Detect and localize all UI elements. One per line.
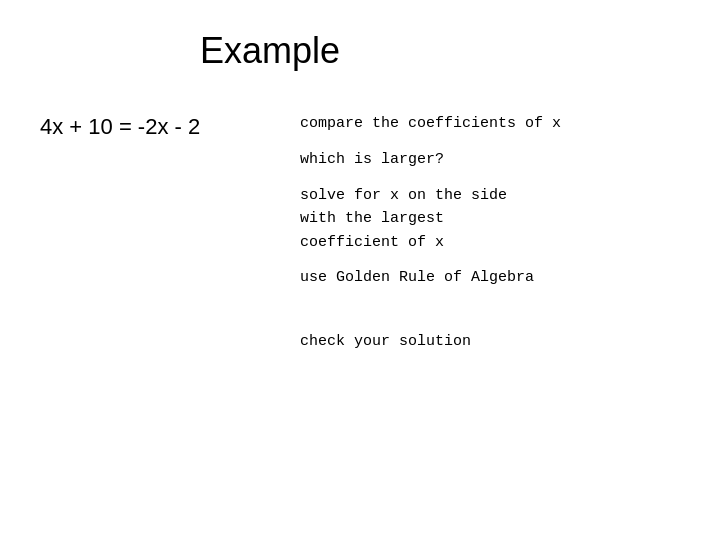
step-check: check your solution: [300, 330, 561, 354]
page: Example 4x + 10 = -2x - 2 compare the co…: [0, 0, 720, 540]
step-compare-text: compare the coefficients of x: [300, 115, 561, 132]
step-solve-text: solve for x on the sidewith the largestc…: [300, 187, 507, 251]
step-which-larger: which is larger?: [300, 148, 561, 172]
step-golden-rule-text: use Golden Rule of Algebra: [300, 269, 534, 286]
content-row: 4x + 10 = -2x - 2 compare the coefficien…: [40, 112, 680, 366]
step-compare: compare the coefficients of x: [300, 112, 561, 136]
step-which-larger-text: which is larger?: [300, 151, 444, 168]
step-golden-rule: use Golden Rule of Algebra: [300, 266, 561, 290]
step-solve: solve for x on the sidewith the largestc…: [300, 184, 561, 254]
page-title: Example: [200, 30, 680, 72]
equation: 4x + 10 = -2x - 2: [40, 112, 260, 140]
step-check-text: check your solution: [300, 333, 471, 350]
steps-list: compare the coefficients of x which is l…: [300, 112, 561, 366]
